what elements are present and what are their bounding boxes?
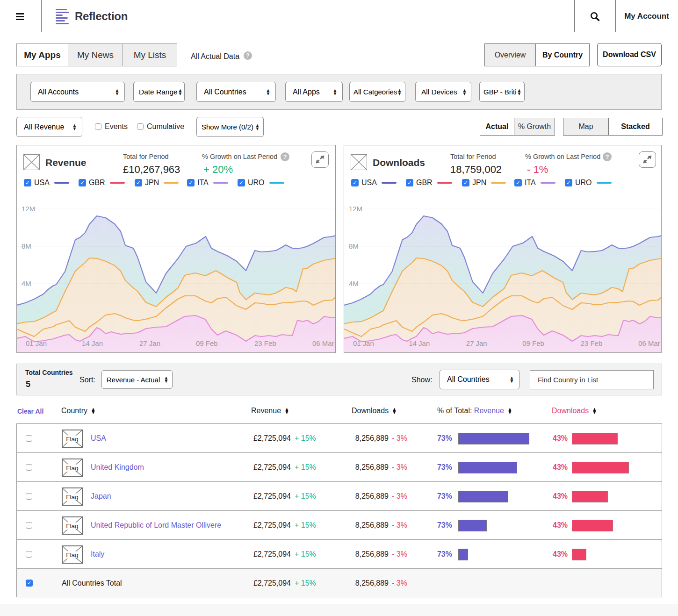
svg-text:09 Feb: 09 Feb bbox=[196, 339, 218, 347]
svg-text:06 Mar: 06 Mar bbox=[638, 339, 660, 347]
svg-text:14 Jan: 14 Jan bbox=[82, 339, 103, 347]
svg-text:01 Jan: 01 Jan bbox=[26, 339, 47, 347]
svg-text:12M: 12M bbox=[22, 205, 35, 213]
svg-text:4M: 4M bbox=[22, 279, 31, 287]
svg-text:Flag: Flag bbox=[66, 523, 78, 530]
svg-text:8M: 8M bbox=[349, 242, 359, 250]
svg-text:Flag: Flag bbox=[66, 494, 78, 501]
svg-text:14 Jan: 14 Jan bbox=[409, 339, 430, 347]
svg-text:27 Jan: 27 Jan bbox=[139, 339, 160, 347]
svg-text:27 Jan: 27 Jan bbox=[466, 339, 487, 347]
svg-text:06 Mar: 06 Mar bbox=[312, 339, 334, 347]
svg-text:01 Jan: 01 Jan bbox=[353, 339, 374, 347]
svg-text:12M: 12M bbox=[349, 205, 362, 213]
svg-text:Flag: Flag bbox=[66, 552, 78, 559]
svg-text:09 Feb: 09 Feb bbox=[522, 339, 544, 347]
svg-text:8M: 8M bbox=[22, 242, 31, 250]
svg-text:Flag: Flag bbox=[66, 436, 78, 443]
svg-text:23 Feb: 23 Feb bbox=[581, 339, 602, 347]
svg-text:Flag: Flag bbox=[66, 465, 78, 472]
svg-text:4M: 4M bbox=[349, 279, 359, 287]
svg-text:23 Feb: 23 Feb bbox=[254, 339, 276, 347]
